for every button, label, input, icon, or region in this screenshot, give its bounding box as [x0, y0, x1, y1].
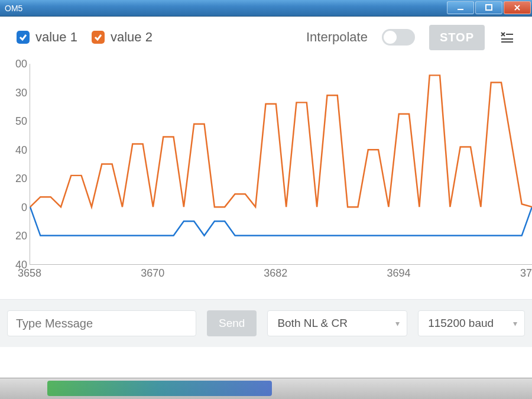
series-value-1 — [30, 207, 532, 235]
y-tick-label: 50 — [0, 115, 27, 128]
checkbox-value2[interactable] — [92, 31, 105, 44]
legend-item-value1[interactable]: value 1 — [17, 30, 77, 45]
window-close-button[interactable] — [504, 1, 531, 14]
y-tick-label: 0 — [0, 201, 27, 213]
window-minimize-button[interactable] — [447, 1, 474, 14]
x-tick-label: 3658 — [18, 267, 41, 280]
chevron-down-icon: ▾ — [395, 319, 400, 328]
options-icon[interactable] — [499, 29, 515, 46]
svg-rect-1 — [486, 5, 492, 10]
x-tick-label: 3707 — [520, 267, 532, 280]
baud-value: 115200 baud — [428, 317, 494, 330]
legend-label: value 2 — [111, 30, 153, 45]
legend: value 1 value 2 — [17, 30, 153, 45]
window-title: OM5 — [5, 4, 22, 13]
plot-toolbar: value 1 value 2 Interpolate STOP — [0, 17, 532, 58]
window-title-bar: OM5 — [0, 0, 532, 17]
y-axis: 003050402002040 — [0, 58, 30, 283]
legend-label: value 1 — [35, 30, 77, 45]
x-tick-label: 3694 — [387, 267, 410, 280]
x-tick-label: 3682 — [264, 267, 287, 280]
stop-button[interactable]: STOP — [429, 25, 485, 50]
checkbox-value1[interactable] — [17, 31, 30, 44]
legend-item-value2[interactable]: value 2 — [92, 30, 153, 45]
send-bar: Send Both NL & CR ▾ 115200 baud ▾ — [0, 299, 532, 347]
interpolate-toggle[interactable] — [382, 29, 415, 46]
y-tick-label: 00 — [0, 58, 27, 70]
x-tick-label: 3670 — [141, 267, 164, 280]
send-button[interactable]: Send — [207, 310, 257, 336]
svg-rect-0 — [458, 9, 463, 10]
baud-select[interactable]: 115200 baud ▾ — [418, 310, 525, 336]
chart-area: 003050402002040 36583670368236943707 — [0, 58, 532, 283]
message-input[interactable] — [7, 310, 196, 336]
x-axis: 36583670368236943707 — [30, 267, 532, 283]
y-tick-label: 20 — [0, 230, 27, 242]
chevron-down-icon: ▾ — [513, 319, 517, 328]
os-taskbar — [0, 378, 532, 399]
plot-canvas — [30, 64, 532, 265]
interpolate-label: Interpolate — [306, 30, 368, 45]
series-value-2 — [30, 75, 532, 207]
y-tick-label: 40 — [0, 144, 27, 156]
y-tick-label: 20 — [0, 173, 27, 185]
line-ending-value: Both NL & CR — [277, 317, 348, 330]
line-ending-select[interactable]: Both NL & CR ▾ — [267, 310, 407, 336]
y-tick-label: 30 — [0, 86, 27, 99]
window-maximize-button[interactable] — [475, 1, 502, 14]
